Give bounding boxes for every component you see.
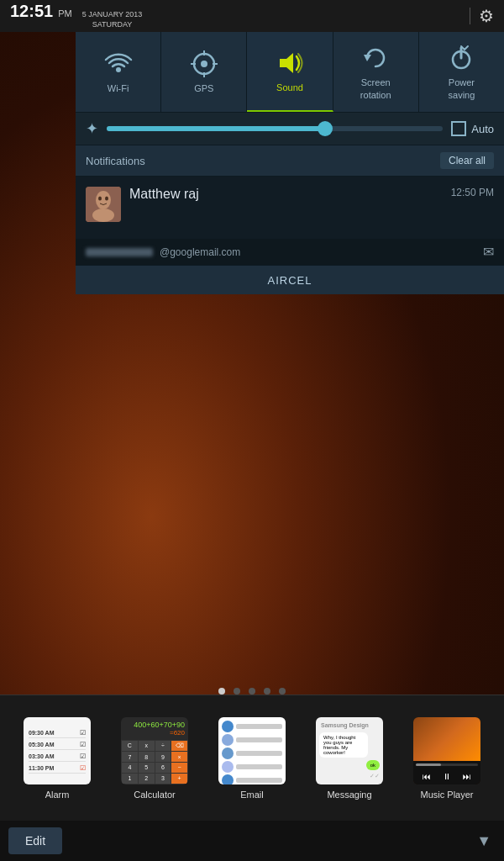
gps-label: GPS: [194, 82, 213, 94]
dock-item-email[interactable]: Email: [210, 717, 294, 800]
notification-email-content: @googlemail.com: [86, 246, 240, 258]
status-right: ⚙: [470, 6, 494, 26]
messaging-thumbnail: Samsung Design Why, I thought you guys a…: [316, 717, 383, 784]
notification-timestamp: 12:50 PM: [451, 187, 494, 198]
email-icon: ✉: [483, 244, 494, 260]
sound-label: Sound: [276, 82, 303, 93]
app-dock: 09:30 AM☑ 05:30 AM☑ 03:30 AM☑ 11:30 PM☑ …: [0, 695, 504, 821]
email-thumbnail: [218, 717, 286, 784]
status-clock: 12:51: [10, 2, 53, 21]
notification-email-row[interactable]: @googlemail.com ✉: [76, 239, 504, 265]
bottom-nav-bar: Edit ▼: [0, 821, 504, 861]
calc-expression: 400+60+70+90: [124, 721, 185, 729]
toggle-row: Wi-Fi GPS Sound: [76, 32, 504, 113]
svg-marker-6: [280, 53, 293, 73]
clear-all-button[interactable]: Clear all: [440, 152, 494, 169]
sound-icon: [275, 48, 305, 78]
dock-item-calculator[interactable]: 400+60+70+90 =620 Cx÷⌫ 789× 456− 123+ Ca…: [113, 717, 197, 800]
carrier-bar: AIRCEL: [76, 265, 504, 294]
play-pause-icon: ⏸: [443, 772, 451, 781]
messaging-label: Messaging: [327, 790, 371, 800]
svg-point-1: [201, 61, 207, 67]
status-time-container: 12:51 PM 5 JANUARY 2013 SATURDAY: [10, 2, 142, 29]
page-dot-4[interactable]: [279, 688, 286, 695]
calc-result: =620: [124, 729, 185, 737]
avatar-image: [86, 187, 121, 222]
auto-checkbox[interactable]: [451, 121, 466, 136]
status-date-line1: 5 JANUARY 2013: [82, 10, 143, 20]
notification-name-row: Matthew raj 12:50 PM: [129, 187, 494, 202]
rotation-label: Screenrotation: [360, 77, 391, 101]
edit-button[interactable]: Edit: [8, 827, 62, 854]
calculator-thumbnail: 400+60+70+90 =620 Cx÷⌫ 789× 456− 123+: [121, 717, 188, 784]
toggle-gps[interactable]: GPS: [161, 32, 247, 112]
brightness-slider[interactable]: [107, 126, 443, 131]
next-icon: ⏭: [463, 772, 471, 781]
notifications-header: Notifications Clear all: [76, 145, 504, 177]
prev-icon: ⏮: [423, 772, 431, 781]
quick-settings-panel: Wi-Fi GPS Sound: [76, 32, 504, 294]
page-dot-0[interactable]: [218, 688, 225, 695]
page-dot-2[interactable]: [249, 688, 255, 695]
status-divider: [470, 8, 470, 24]
notification-item[interactable]: Matthew raj 12:50 PM: [76, 177, 504, 239]
settings-icon[interactable]: ⚙: [479, 6, 494, 26]
rotation-icon: [360, 43, 391, 73]
music-label: Music Player: [421, 790, 474, 800]
music-album-art: [413, 717, 480, 761]
svg-point-13: [98, 197, 102, 201]
email-label: Email: [240, 790, 264, 800]
wifi-icon: [103, 49, 134, 79]
brightness-fill: [107, 126, 325, 131]
alarm-label: Alarm: [45, 790, 70, 800]
blurred-sender: [86, 248, 153, 256]
toggle-rotation[interactable]: Screenrotation: [333, 32, 419, 112]
svg-point-11: [96, 191, 111, 209]
carrier-name: AIRCEL: [268, 274, 312, 287]
page-dot-1[interactable]: [234, 688, 240, 695]
page-dots: [0, 688, 504, 695]
power-icon: [446, 43, 476, 73]
toggle-sound[interactable]: Sound: [247, 32, 333, 112]
dock-item-alarm[interactable]: 09:30 AM☑ 05:30 AM☑ 03:30 AM☑ 11:30 PM☑ …: [15, 717, 99, 800]
music-thumbnail: ⏮ ⏸ ⏭: [413, 717, 480, 784]
status-date: 5 JANUARY 2013 SATURDAY: [82, 10, 143, 29]
alarm-thumbnail: 09:30 AM☑ 05:30 AM☑ 03:30 AM☑ 11:30 PM☑: [24, 717, 91, 784]
wifi-label: Wi-Fi: [108, 82, 129, 94]
status-bar: 12:51 PM 5 JANUARY 2013 SATURDAY ⚙: [0, 0, 504, 32]
notification-top-row: Matthew raj 12:50 PM: [86, 187, 494, 222]
auto-label: Auto: [471, 123, 494, 135]
notification-sender-name: Matthew raj: [129, 187, 199, 202]
toggle-wifi[interactable]: Wi-Fi: [76, 32, 161, 112]
power-label: Powersaving: [449, 77, 475, 101]
brightness-thumb[interactable]: [318, 121, 333, 136]
svg-point-12: [92, 209, 114, 222]
notifications-title: Notifications: [86, 155, 145, 167]
dock-item-music[interactable]: ⏮ ⏸ ⏭ Music Player: [405, 717, 489, 800]
notification-email-address: @googlemail.com: [160, 246, 240, 258]
svg-point-14: [105, 197, 108, 201]
brightness-icon: ✦: [86, 119, 98, 138]
calculator-label: Calculator: [134, 790, 176, 800]
toggle-power[interactable]: Powersaving: [419, 32, 504, 112]
brightness-row: ✦ Auto: [76, 113, 504, 145]
nav-down-arrow[interactable]: ▼: [476, 832, 491, 850]
page-dot-3[interactable]: [264, 688, 270, 695]
auto-container: Auto: [451, 121, 494, 136]
status-date-line2: SATURDAY: [92, 20, 133, 30]
gps-icon: [189, 49, 219, 79]
svg-marker-7: [364, 55, 371, 61]
dock-item-messaging[interactable]: Samsung Design Why, I thought you guys a…: [307, 717, 391, 800]
status-ampm: PM: [58, 8, 72, 18]
notification-avatar: [86, 187, 121, 222]
